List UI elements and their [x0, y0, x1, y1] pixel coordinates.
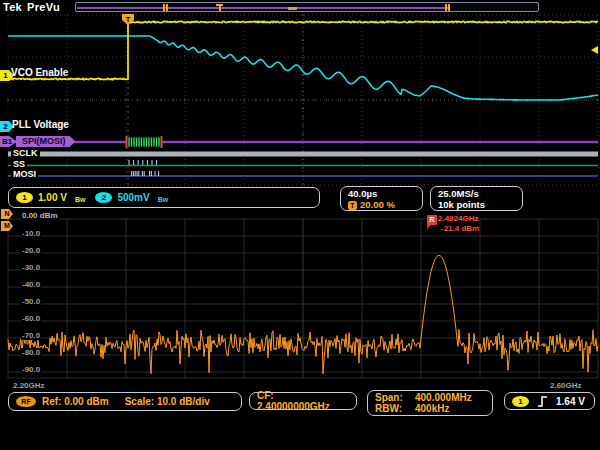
record-timeline-bar[interactable] [75, 2, 539, 12]
ch1-badge-icon[interactable]: 1 [16, 192, 33, 203]
rf-span-label: Span: [375, 392, 415, 403]
ch1-scale: 1.00 V [38, 192, 67, 203]
rf-db-label: -90.0 [21, 365, 41, 374]
trigger-source-badge[interactable]: 1 [512, 396, 529, 407]
peak-marker-frequency: 2.4924GHz [438, 214, 478, 223]
rf-db-label: -30.0 [21, 263, 41, 272]
trigger-position: 20.00 % [360, 199, 395, 210]
header: TekPreVu [3, 1, 60, 13]
rf-db-label: -70.0 [21, 331, 41, 340]
rf-ref-level: Ref: 0.00 dBm [42, 396, 109, 407]
rf-db-label: -60.0 [21, 314, 41, 323]
digital-label-mosi: MOSI [11, 169, 38, 179]
rising-edge-icon [537, 395, 548, 408]
timeline-bus-activity [77, 7, 448, 9]
tek-logo: Tek [3, 1, 22, 13]
rf-span-value: 400.000MHz [415, 392, 472, 403]
ch2-bandwidth-icon: Bw [158, 196, 169, 203]
horizontal-readout[interactable]: 40.0µs T20.00 % [340, 186, 423, 211]
peak-marker-flag[interactable]: R [427, 215, 437, 225]
ch2-badge-icon[interactable]: 2 [95, 192, 112, 203]
record-length: 10k points [438, 199, 485, 210]
acquisition-mode: PreVu [27, 1, 60, 13]
rf-stop-frequency: 2.60GHz [549, 381, 583, 390]
trigger-level: 1.64 V [556, 396, 585, 407]
rf-db-label: -40.0 [21, 280, 41, 289]
rf-db-label: -20.0 [21, 246, 41, 255]
ch1-label: VCO Enable [11, 67, 68, 78]
rf-rbw-label: RBW: [375, 403, 415, 414]
digital-label-sclk: SCLK [11, 148, 40, 158]
digital-label-ss: SS [11, 159, 27, 169]
rf-db-label: -80.0 [21, 348, 41, 357]
rf-badge-icon[interactable]: RF [16, 396, 36, 407]
ch2-scale: 500mV [117, 192, 149, 203]
rf-scale: Scale: 10.0 dB/div [125, 396, 210, 407]
sample-rate: 25.0MS/s [438, 188, 485, 199]
rf-start-frequency: 2.20GHz [12, 381, 46, 390]
bus-b1-label[interactable]: SPI(MOSI) [16, 136, 76, 147]
rf-span-readout[interactable]: Span:400.000MHz RBW:400kHz [367, 390, 493, 416]
ch2-label: PLL Voltage [12, 119, 69, 130]
rf-center-frequency: CF: 2.40000000GHz [257, 390, 349, 412]
ch1-bandwidth-icon: Bw [75, 196, 86, 203]
svg-text:T: T [126, 15, 131, 24]
rf-rbw-value: 400kHz [415, 403, 449, 414]
timeline-bracket-icon [163, 4, 168, 11]
timebase-value: 40.0µs [348, 188, 395, 199]
acquisition-readout[interactable]: 25.0MS/s 10k points [430, 186, 523, 211]
rf-ref-level-label: 0.00 dBm [21, 211, 59, 220]
trigger-readout[interactable]: 1 1.64 V [504, 392, 595, 410]
rf-db-label: -50.0 [21, 297, 41, 306]
rf-db-label: -10.0 [21, 229, 41, 238]
vertical-scale-readout[interactable]: 1 1.00 V Bw 2 500mV Bw [8, 187, 320, 208]
rf-level-readout[interactable]: RF Ref: 0.00 dBm Scale: 10.0 dB/div [8, 392, 242, 411]
trigger-icon: T [348, 201, 357, 210]
timeline-trigger-icon [216, 4, 223, 11]
peak-marker-amplitude: -21.4 dBm [441, 224, 479, 233]
timeline-bracket-icon [445, 4, 450, 11]
rf-center-frequency-readout[interactable]: CF: 2.40000000GHz [249, 392, 357, 410]
waveform-canvas: T [0, 0, 600, 450]
oscilloscope-screen: T TekPreVu 1 VCO Enable 2 PLL Voltage B1… [0, 0, 600, 450]
timeline-window-icon [288, 7, 297, 10]
